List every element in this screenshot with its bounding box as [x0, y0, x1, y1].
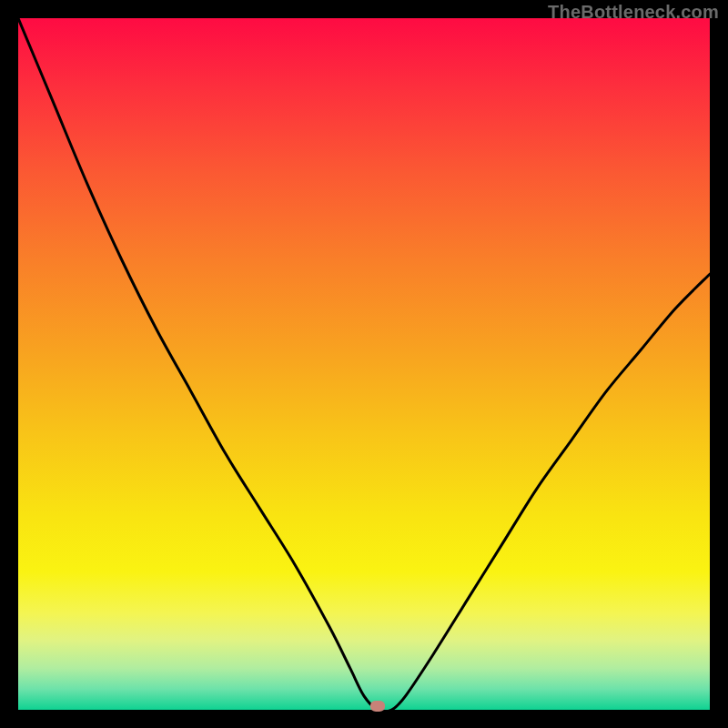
gradient-background	[18, 18, 710, 710]
chart-frame: TheBottleneck.com	[0, 0, 728, 728]
chart-svg	[18, 18, 710, 710]
valley-marker-icon	[370, 701, 385, 712]
watermark-text: TheBottleneck.com	[548, 2, 719, 23]
plot-area	[18, 18, 710, 710]
